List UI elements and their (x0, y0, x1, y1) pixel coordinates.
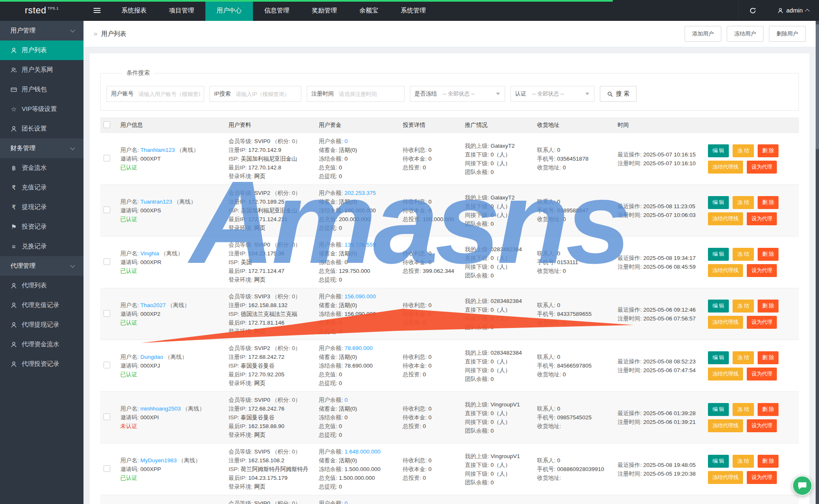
interest-line: 待收利息: 0 (403, 456, 458, 465)
delete-button[interactable]: 删 除 (758, 455, 779, 468)
freeze-button[interactable]: 冻 结 (733, 351, 753, 364)
set-agent-button[interactable]: 设为代理 (747, 212, 777, 225)
edit-button[interactable]: 编 辑 (708, 196, 729, 209)
set-agent-button[interactable]: 设为代理 (747, 161, 777, 174)
freeze-agent-line-button[interactable]: 冻结代理线 (708, 471, 743, 484)
search-input-注册时间[interactable] (338, 87, 404, 101)
sidebar-item-用户关系网[interactable]: 用户关系网 (0, 60, 83, 80)
delete-button[interactable]: 删 除 (758, 248, 779, 261)
freeze-button[interactable]: 冻 结 (733, 455, 753, 468)
delete-button[interactable]: 删 除 (758, 196, 779, 209)
username-link[interactable]: Dungdao (140, 354, 163, 360)
search-input-IP搜索[interactable] (235, 87, 301, 101)
header-action-冻结用户[interactable]: 冻结用户 (727, 26, 763, 42)
sidebar-item-提现记录[interactable]: ₹提现记录 (0, 197, 83, 217)
search-input-用户账号[interactable] (138, 87, 204, 101)
refresh-icon[interactable] (738, 0, 767, 21)
sidebar-section-代理管理[interactable]: 代理管理 (0, 256, 83, 276)
username-link[interactable]: Thao2027 (140, 302, 166, 308)
user-menu[interactable]: admin (767, 7, 819, 14)
username-link[interactable]: Thanhlam123 (140, 147, 175, 153)
nav-item-系统管理[interactable]: 系统管理 (389, 0, 437, 21)
sidebar-item-投资记录[interactable]: ⚑投资记录 (0, 217, 83, 237)
row-checkbox[interactable] (104, 413, 110, 420)
sidebar-item-代理投资记录[interactable]: 代理投资记录 (0, 354, 83, 374)
select-all-checkbox[interactable] (104, 121, 110, 128)
header-action-删除用户[interactable]: 删除用户 (769, 26, 806, 42)
sidebar-item-用户钱包[interactable]: 用户钱包 (0, 80, 83, 99)
row-checkbox[interactable] (104, 310, 110, 317)
freeze-agent-line-button[interactable]: 冻结代理线 (708, 161, 743, 174)
freeze-agent-line-button[interactable]: 冻结代理线 (708, 316, 743, 329)
freeze-agent-line-button[interactable]: 冻结代理线 (708, 212, 743, 225)
sidebar-item-用户列表[interactable]: 用户列表 (0, 40, 83, 60)
search-button[interactable]: 搜 索 (600, 86, 637, 102)
set-agent-button[interactable]: 设为代理 (747, 471, 777, 484)
edit-button[interactable]: 编 辑 (708, 403, 729, 416)
nav-item-用户中心[interactable]: 用户中心 (205, 0, 253, 21)
nav-item-余额宝[interactable]: 余额宝 (348, 0, 389, 21)
last-op-line: 最近操作: 2025-05-08 19:48:05 (618, 461, 701, 469)
set-agent-button[interactable]: 设为代理 (747, 419, 777, 432)
chat-fab-button[interactable] (792, 476, 812, 496)
sidebar-item-充值记录[interactable]: ₹充值记录 (0, 178, 83, 197)
edit-button[interactable]: 编 辑 (708, 351, 729, 364)
username-link[interactable]: MyDuyen1983 (140, 457, 177, 464)
edit-button[interactable]: 编 辑 (708, 144, 729, 157)
nav-item-项目管理[interactable]: 项目管理 (158, 0, 205, 21)
delete-button[interactable]: 删 除 (758, 351, 779, 364)
username-link[interactable]: minhhoang2503 (140, 406, 181, 412)
sidebar-item-代理资金流水[interactable]: 代理资金流水 (0, 335, 83, 354)
username-link[interactable]: Tuantran123 (140, 199, 172, 205)
freeze-agent-line-button[interactable]: 冻结代理线 (708, 419, 743, 432)
nav-item-奖励管理[interactable]: 奖励管理 (301, 0, 348, 21)
delete-button[interactable]: 删 除 (758, 403, 779, 416)
search-group-认证: 认证-- 全部状态 -- (511, 86, 594, 102)
search-select-是否冻结[interactable]: -- 全部状态 -- (441, 87, 505, 101)
set-agent-button[interactable]: 设为代理 (747, 316, 777, 329)
scrollbar[interactable] (816, 21, 819, 504)
edit-button[interactable]: 编 辑 (708, 300, 729, 312)
set-agent-button[interactable]: 设为代理 (747, 368, 777, 381)
sidebar-item-代理列表[interactable]: 代理列表 (0, 276, 83, 295)
level-line: 会员等级: SVIP5 （积分: 0） (229, 447, 312, 456)
edit-button[interactable]: 编 辑 (708, 248, 729, 261)
freeze-button[interactable]: 冻 结 (733, 196, 753, 209)
sidebar-item-团长设置[interactable]: 团长设置 (0, 119, 83, 139)
username-line: 用户名: Vinghia （离线） (120, 249, 222, 258)
delete-button[interactable]: 删 除 (758, 300, 779, 312)
freeze-button[interactable]: 冻 结 (733, 403, 753, 416)
nav-item-信息管理[interactable]: 信息管理 (253, 0, 301, 21)
scrollbar-thumb[interactable] (816, 24, 819, 149)
address-line: 收货地址: 0 (537, 267, 611, 275)
level-line: 会员等级: SVIP0 （积分: 0） (229, 499, 312, 504)
freeze-agent-line-button[interactable]: 冻结代理线 (708, 264, 743, 277)
sidebar-section-财务管理[interactable]: 财务管理 (0, 139, 83, 158)
row-checkbox[interactable] (104, 465, 110, 472)
set-agent-button[interactable]: 设为代理 (747, 264, 777, 277)
row-checkbox[interactable] (104, 362, 110, 368)
menu-toggle-icon[interactable] (83, 0, 110, 21)
sidebar-item-代理提现记录[interactable]: 代理提现记录 (0, 315, 83, 335)
sidebar-item-代理充值记录[interactable]: 代理充值记录 (0, 295, 83, 315)
freeze-button[interactable]: 冻 结 (733, 300, 753, 312)
sidebar-item-兑换记录[interactable]: ≡兑换记录 (0, 237, 83, 256)
row-checkbox[interactable] (104, 207, 110, 213)
row-checkbox[interactable] (104, 258, 110, 265)
search-select-认证[interactable]: -- 全部状态 -- (531, 87, 594, 101)
sidebar-item-VIP等级设置[interactable]: ☆VIP等级设置 (0, 99, 83, 119)
contact-line: 联系人: 0 (537, 456, 611, 465)
edit-button[interactable]: 编 辑 (708, 455, 729, 468)
env-line: 登录环境: 网页 (229, 327, 312, 336)
sidebar-item-资金流水[interactable]: ฿资金流水 (0, 158, 83, 178)
row-checkbox[interactable] (104, 155, 110, 161)
freeze-button[interactable]: 冻 结 (733, 144, 753, 157)
freeze-agent-line-button[interactable]: 冻结代理线 (708, 368, 743, 381)
sidebar-section-用户管理[interactable]: 用户管理 (0, 21, 83, 40)
nav-item-系统报表[interactable]: 系统报表 (110, 0, 158, 21)
delete-button[interactable]: 删 除 (758, 144, 779, 157)
freeze-button[interactable]: 冻 结 (733, 248, 753, 261)
promo-cell: 我的上级: 0283482384直接下级: 0（人）间接下级: 0（人）团队余额… (462, 340, 534, 392)
username-link[interactable]: Vinghia (140, 250, 159, 257)
header-action-添加用户[interactable]: 添加用户 (685, 26, 721, 42)
